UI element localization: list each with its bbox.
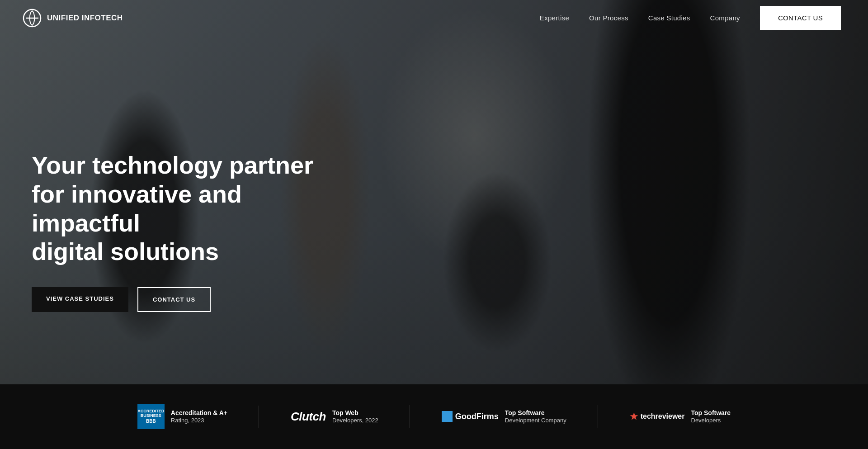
goodfirms-text: Top Software Development Company	[505, 409, 566, 425]
badge-goodfirms: GoodFirms Top Software Development Compa…	[410, 409, 598, 425]
hero-section: UNIFIED INFOTECH Expertise Our Process C…	[0, 0, 868, 384]
hero-contact-us-button[interactable]: CONTACT US	[137, 287, 211, 312]
logo-link[interactable]: UNIFIED INFOTECH	[23, 9, 123, 28]
hero-content: Your technology partner for innovative a…	[32, 151, 321, 312]
hero-headline: Your technology partner for innovative a…	[32, 151, 321, 266]
badge-clutch: Clutch Top Web Developers, 2022	[259, 409, 410, 425]
star-icon: ★	[630, 411, 638, 422]
nav-item-expertise[interactable]: Expertise	[540, 14, 569, 22]
view-case-studies-button[interactable]: VIEW CASE STUDIES	[32, 287, 128, 312]
bbb-logo: ACCREDITEDBUSINESS BBB	[137, 404, 165, 429]
badges-bar: ACCREDITEDBUSINESS BBB Accreditation & A…	[0, 384, 868, 449]
nav-links: Expertise Our Process Case Studies Compa…	[540, 14, 841, 22]
badge-bbb: ACCREDITEDBUSINESS BBB Accreditation & A…	[106, 404, 259, 429]
clutch-text: Top Web Developers, 2022	[332, 409, 378, 425]
goodfirms-icon	[442, 411, 453, 422]
hero-buttons: VIEW CASE STUDIES CONTACT US	[32, 287, 321, 312]
navbar: UNIFIED INFOTECH Expertise Our Process C…	[0, 0, 868, 36]
nav-item-case-studies[interactable]: Case Studies	[648, 14, 690, 22]
techreviewer-logo: ★ techreviewer	[630, 411, 685, 422]
logo-icon	[23, 9, 42, 28]
goodfirms-logo: GoodFirms	[442, 411, 499, 422]
nav-item-company[interactable]: Company	[710, 14, 740, 22]
nav-contact-us-button[interactable]: CONTACT US	[760, 6, 841, 30]
brand-name: UNIFIED INFOTECH	[47, 14, 123, 23]
nav-item-process[interactable]: Our Process	[589, 14, 628, 22]
clutch-logo: Clutch	[291, 410, 326, 424]
bbb-text: Accreditation & A+ Rating, 2023	[171, 409, 227, 425]
techreviewer-text: Top Software Developers	[691, 409, 731, 425]
badge-techreviewer: ★ techreviewer Top Software Developers	[598, 409, 762, 425]
